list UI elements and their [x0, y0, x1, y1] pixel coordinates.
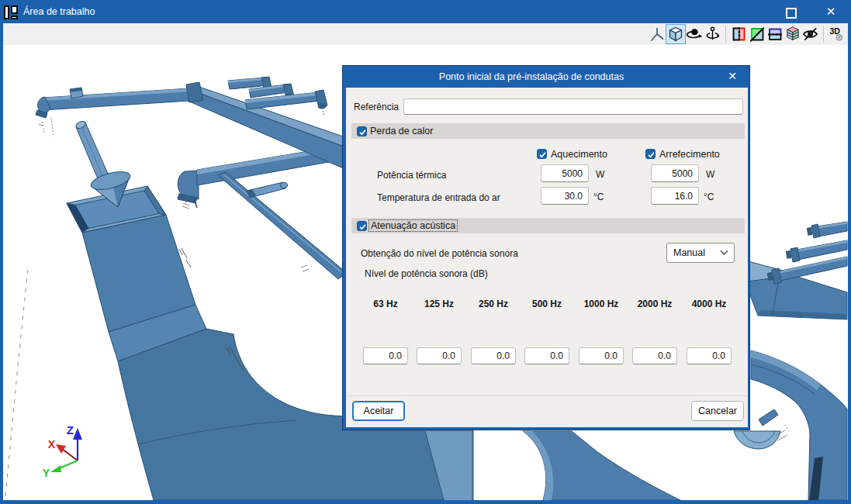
- hide-elements-eye-icon[interactable]: [801, 25, 819, 43]
- sound-power-method-value: Manual: [673, 243, 705, 262]
- axis-z-label: Z: [67, 423, 74, 437]
- dialog-body: Referência Perda de calor Aquecimento Ar…: [346, 88, 748, 427]
- toolbar-separator: [725, 26, 726, 43]
- heat-loss-label: Perda de calor: [370, 126, 433, 136]
- thermal-power-heating-unit: W: [596, 169, 604, 180]
- duct-right-tubes: [767, 222, 847, 284]
- sound-power-method-dropdown[interactable]: Manual: [666, 243, 735, 263]
- axes-tripod-icon[interactable]: [648, 25, 666, 43]
- dialog-close-icon[interactable]: ✕: [725, 66, 739, 88]
- reference-input[interactable]: [403, 98, 743, 115]
- annotation-marks: [39, 118, 54, 136]
- toolbar-separator: [823, 26, 824, 43]
- thermal-power-cooling-input[interactable]: [651, 164, 699, 182]
- sound-power-method-label: Obtenção do nível de potência sonora: [361, 248, 518, 259]
- heating-label: Aquecimento: [551, 149, 607, 160]
- annotation-marks: [323, 111, 324, 116]
- freq-header-4000: 4000 Hz: [687, 299, 732, 309]
- air-inlet-temperature-cooling-unit: °C: [704, 192, 714, 202]
- level-input-63[interactable]: [363, 347, 408, 364]
- dialog-title: Ponto inicial da pré-instalação de condu…: [343, 66, 720, 88]
- section-heat-loss: Perda de calor: [351, 123, 745, 139]
- level-input-1000[interactable]: [579, 347, 624, 364]
- freq-header-63: 63 Hz: [363, 299, 408, 309]
- duct-corner-elbow: [734, 431, 780, 449]
- thermal-power-cooling-unit: W: [706, 169, 714, 180]
- duct-right-lower: [751, 350, 847, 500]
- cancel-button[interactable]: Cancelar: [691, 401, 744, 421]
- window-title: Área de trabalho: [23, 0, 95, 23]
- duct-top-left: [36, 82, 203, 118]
- reference-label: Referência: [354, 102, 399, 112]
- air-inlet-temperature-heating-unit: °C: [593, 192, 604, 202]
- acoustic-checkbox[interactable]: [357, 221, 367, 231]
- toolbar: 3D: [3, 23, 848, 45]
- air-inlet-temperature-cooling-input[interactable]: [651, 187, 699, 205]
- duct-thin-diagonal: [218, 172, 347, 279]
- thermal-power-label: Potência térmica: [377, 170, 446, 181]
- cooling-checkbox[interactable]: [645, 149, 656, 159]
- duct-stub: [759, 409, 778, 426]
- dashed-reference-line: [5, 270, 28, 498]
- 3d-settings-icon[interactable]: 3D: [828, 25, 846, 43]
- freq-header-250: 250 Hz: [471, 299, 516, 309]
- freq-header-500: 500 Hz: [524, 299, 569, 309]
- thermal-power-heating-input[interactable]: [541, 164, 589, 182]
- level-input-125[interactable]: [417, 347, 462, 364]
- close-button[interactable]: ✕: [822, 2, 840, 21]
- app-icon: [4, 5, 18, 19]
- orbit-icon[interactable]: [686, 25, 704, 43]
- heating-checkbox[interactable]: [537, 149, 547, 159]
- hide-plane-icon[interactable]: [748, 25, 766, 43]
- axis-x-label: X: [48, 438, 56, 450]
- level-input-250[interactable]: [471, 347, 516, 364]
- cooling-label: Arrefecimento: [659, 149, 720, 160]
- chevron-down-icon: [720, 250, 728, 256]
- cut-plane-icon[interactable]: [766, 25, 784, 43]
- window-titlebar: Área de trabalho ✕: [0, 0, 851, 23]
- dialog-ponto-inicial: Ponto inicial da pré-instalação de condu…: [342, 65, 750, 430]
- freq-header-2000: 2000 Hz: [632, 299, 677, 309]
- accept-button[interactable]: Aceitar: [352, 401, 405, 421]
- level-input-500[interactable]: [524, 347, 569, 364]
- air-inlet-temperature-heating-input[interactable]: [541, 187, 589, 205]
- turntable-rotation-icon[interactable]: [704, 25, 721, 43]
- footer-separator: [346, 395, 748, 396]
- axis-y-label: Y: [43, 467, 50, 479]
- layers-stack-icon[interactable]: [784, 25, 801, 43]
- freq-header-125: 125 Hz: [417, 299, 462, 309]
- section-plane-icon[interactable]: [730, 25, 748, 43]
- annotation-marks: [301, 265, 309, 271]
- sound-power-levels-label: Nível de potência sonora (dB): [365, 268, 488, 279]
- acoustic-label: Atenuação acústica: [368, 219, 458, 232]
- freq-header-1000: 1000 Hz: [579, 299, 624, 309]
- maximize-button[interactable]: [786, 8, 797, 19]
- level-input-4000[interactable]: [687, 347, 732, 364]
- level-input-2000[interactable]: [632, 347, 677, 364]
- view-cube-icon[interactable]: [666, 24, 686, 44]
- svg-text:3D: 3D: [829, 26, 840, 36]
- section-acoustic: Atenuação acústica: [351, 218, 745, 233]
- axis-indicator: Z X Y: [43, 423, 82, 479]
- heat-loss-checkbox[interactable]: [357, 126, 367, 136]
- air-inlet-temperature-label: Temperatura de entrada do ar: [377, 192, 500, 203]
